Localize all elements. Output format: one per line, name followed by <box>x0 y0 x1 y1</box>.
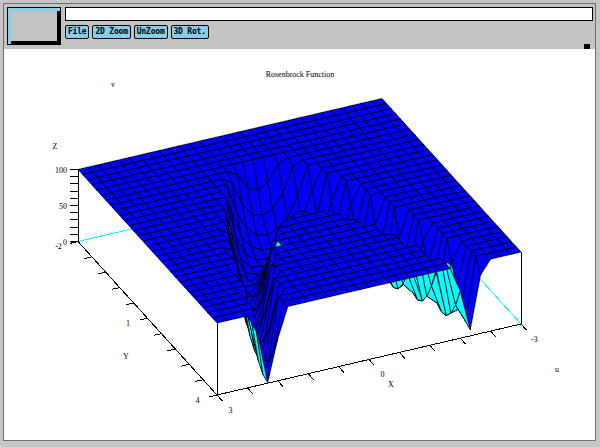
zoom-2d-button[interactable]: 2D Zoom <box>92 25 130 39</box>
graphics-icon-panel <box>7 7 61 45</box>
message-bar <box>65 7 593 21</box>
svg-text:Z: Z <box>53 142 58 151</box>
screen: {"toolbar":{"message":"","buttons":[{"la… <box>0 0 600 447</box>
svg-text:v: v <box>111 80 115 89</box>
svg-text:u: u <box>555 365 559 374</box>
scilab-graphics-window: File 2D Zoom UnZoom 3D Rot. 050100-21430… <box>4 4 595 440</box>
svg-text:4: 4 <box>196 396 200 405</box>
svg-text:1: 1 <box>126 319 130 328</box>
unzoom-button[interactable]: UnZoom <box>134 25 168 39</box>
svg-text:Y: Y <box>123 352 129 361</box>
toolbar: File 2D Zoom UnZoom 3D Rot. <box>4 4 595 49</box>
toolbar-buttons: File 2D Zoom UnZoom 3D Rot. <box>65 25 209 39</box>
svg-text:0: 0 <box>380 370 384 379</box>
svg-text:3: 3 <box>228 406 232 415</box>
file-menu-button[interactable]: File <box>65 25 89 39</box>
svg-text:100: 100 <box>55 166 67 175</box>
rotate-3d-button[interactable]: 3D Rot. <box>171 25 209 39</box>
svg-text:-3: -3 <box>531 335 538 344</box>
svg-text:0: 0 <box>63 238 67 247</box>
plot-canvas[interactable]: 050100-21430-3Rosenbrock FunctionXYZuv <box>4 49 595 440</box>
graphics-icon <box>11 11 60 44</box>
svg-text:-2: -2 <box>55 242 62 251</box>
svg-text:50: 50 <box>59 202 67 211</box>
svg-text:Rosenbrock Function: Rosenbrock Function <box>266 70 335 79</box>
surface-plot: 050100-21430-3Rosenbrock FunctionXYZuv <box>4 49 595 440</box>
svg-text:X: X <box>388 380 394 389</box>
